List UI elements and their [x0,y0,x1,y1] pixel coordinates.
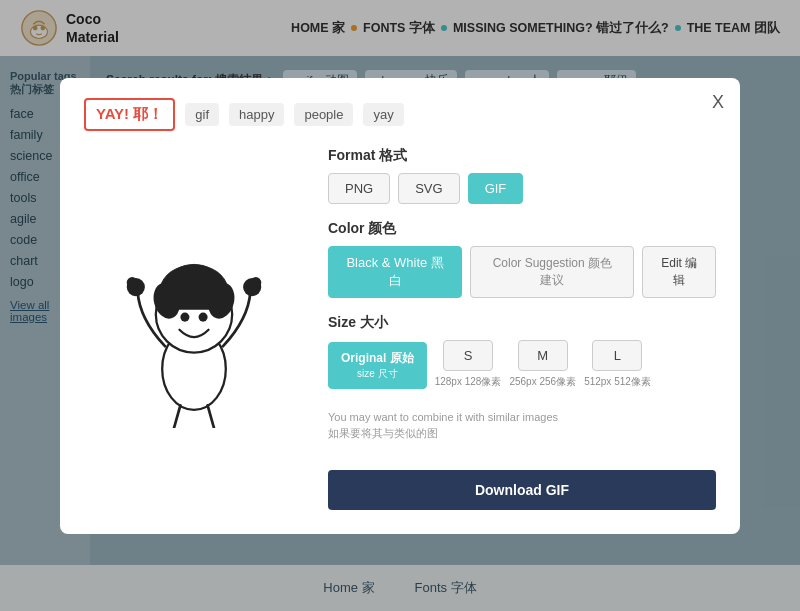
svg-point-13 [199,313,208,322]
color-group: Color 颜色 Black & White 黑白 Color Suggesti… [328,220,716,298]
format-buttons: PNG SVG GIF [328,173,716,204]
svg-point-6 [127,277,138,288]
modal-tag-happy[interactable]: happy [229,103,284,126]
modal-tag-gif[interactable]: gif [185,103,219,126]
modal-overlay: ‹ X YAY! 耶！ gif happy people yay [0,0,800,611]
size-buttons: Original 原始 size 尺寸 S 128px 128像素 M 256p… [328,340,716,389]
size-label: Size 大小 [328,314,716,332]
size-l-button[interactable]: L [592,340,642,371]
format-png-button[interactable]: PNG [328,173,390,204]
modal-title-badge: YAY! 耶！ [84,98,175,131]
color-buttons: Black & White 黑白 Color Suggestion 颜色建议 E… [328,246,716,298]
character-image [104,228,284,428]
close-button[interactable]: X [712,92,724,113]
size-l-label: 512px 512像素 [584,375,651,389]
format-group: Format 格式 PNG SVG GIF [328,147,716,204]
size-m-button[interactable]: M [518,340,568,371]
svg-point-12 [180,313,189,322]
options-side: Format 格式 PNG SVG GIF Color 颜色 Black & W… [328,147,716,510]
format-gif-button[interactable]: GIF [468,173,524,204]
size-original-wrap: Original 原始 size 尺寸 [328,342,427,389]
size-s-label: 128px 128像素 [435,375,502,389]
modal-tag-yay[interactable]: yay [363,103,403,126]
image-side [84,147,304,510]
size-group: Size 大小 Original 原始 size 尺寸 S 128px 128像… [328,314,716,389]
size-m-wrap: M 256px 256像素 [509,340,576,389]
size-m-label: 256px 256像素 [509,375,576,389]
color-suggest-button[interactable]: Color Suggestion 颜色建议 [470,246,634,298]
size-s-wrap: S 128px 128像素 [435,340,502,389]
size-s-button[interactable]: S [443,340,493,371]
color-label: Color 颜色 [328,220,716,238]
modal-tags-row: YAY! 耶！ gif happy people yay [84,98,716,131]
modal-body: Format 格式 PNG SVG GIF Color 颜色 Black & W… [84,147,716,510]
format-svg-button[interactable]: SVG [398,173,459,204]
modal-dialog: X YAY! 耶！ gif happy people yay [60,78,740,534]
color-edit-button[interactable]: Edit 编辑 [642,246,716,298]
format-label: Format 格式 [328,147,716,165]
size-original-button[interactable]: Original 原始 size 尺寸 [328,342,427,389]
download-gif-button[interactable]: Download GIF [328,470,716,510]
modal-tag-people[interactable]: people [294,103,353,126]
modal-footer-text: You may want to combine it with similar … [328,409,716,442]
size-l-wrap: L 512px 512像素 [584,340,651,389]
color-bw-button[interactable]: Black & White 黑白 [328,246,462,298]
svg-point-8 [250,277,261,288]
